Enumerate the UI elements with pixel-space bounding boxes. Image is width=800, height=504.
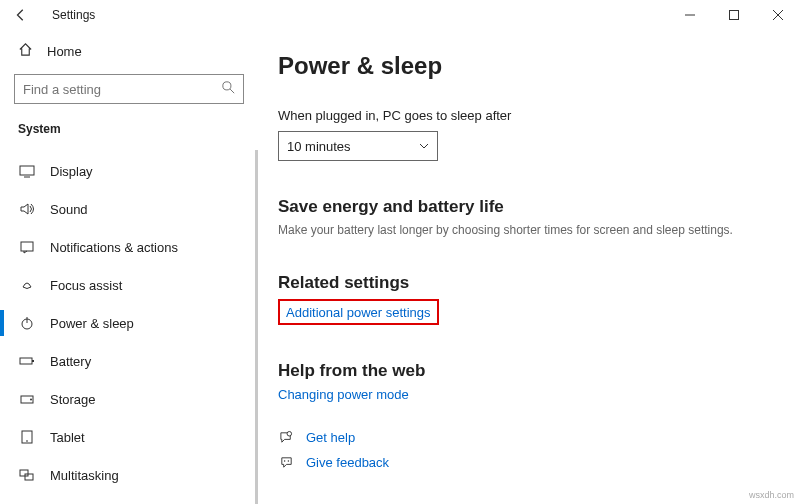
back-button[interactable] xyxy=(10,4,32,26)
page-title: Power & sleep xyxy=(278,52,780,80)
sidebar-item-focus[interactable]: Focus assist xyxy=(14,266,244,304)
sidebar-home-label: Home xyxy=(47,44,82,59)
sidebar-item-label: Battery xyxy=(50,354,91,369)
notifications-icon xyxy=(18,239,36,255)
display-icon xyxy=(18,163,36,179)
svg-rect-6 xyxy=(20,166,34,175)
sidebar-item-tablet[interactable]: Tablet xyxy=(14,418,244,456)
sidebar-item-multitasking[interactable]: Multitasking xyxy=(14,456,244,494)
changing-power-mode-link[interactable]: Changing power mode xyxy=(278,387,780,402)
highlight-box: Additional power settings xyxy=(278,299,439,325)
svg-rect-1 xyxy=(730,11,739,20)
sidebar-item-display[interactable]: Display xyxy=(14,152,244,190)
home-icon xyxy=(18,42,33,60)
sidebar: Home System Display Sound Notifications … xyxy=(0,30,258,504)
sidebar-item-label: Storage xyxy=(50,392,96,407)
window-title: Settings xyxy=(52,8,95,22)
sidebar-item-label: Display xyxy=(50,164,93,179)
sidebar-home[interactable]: Home xyxy=(14,36,244,74)
watermark: wsxdh.com xyxy=(749,490,794,500)
sidebar-category: System xyxy=(14,118,244,146)
sleep-plugged-select[interactable]: 10 minutes xyxy=(278,131,438,161)
sidebar-item-label: Sound xyxy=(50,202,88,217)
svg-rect-18 xyxy=(25,474,33,480)
svg-line-5 xyxy=(230,89,234,93)
tablet-icon xyxy=(18,429,36,445)
sidebar-item-label: Multitasking xyxy=(50,468,119,483)
svg-point-14 xyxy=(30,399,32,401)
search-input[interactable] xyxy=(14,74,244,104)
main-content: Power & sleep When plugged in, PC goes t… xyxy=(258,30,800,504)
svg-rect-11 xyxy=(20,358,32,364)
sidebar-item-notifications[interactable]: Notifications & actions xyxy=(14,228,244,266)
give-feedback-link[interactable]: Give feedback xyxy=(306,455,389,470)
svg-rect-17 xyxy=(20,470,28,476)
sleep-plugged-label: When plugged in, PC goes to sleep after xyxy=(278,108,780,123)
storage-icon xyxy=(18,391,36,407)
sleep-plugged-value: 10 minutes xyxy=(287,139,351,154)
sidebar-item-label: Focus assist xyxy=(50,278,122,293)
additional-power-settings-link[interactable]: Additional power settings xyxy=(286,305,431,320)
maximize-button[interactable] xyxy=(712,0,756,30)
sidebar-scrollbar[interactable] xyxy=(255,150,258,504)
focus-icon xyxy=(18,277,36,293)
get-help-link[interactable]: Get help xyxy=(306,430,355,445)
search-field[interactable] xyxy=(23,82,222,97)
feedback-icon xyxy=(278,455,294,470)
sidebar-item-label: Tablet xyxy=(50,430,85,445)
sidebar-item-battery[interactable]: Battery xyxy=(14,342,244,380)
svg-rect-8 xyxy=(21,242,33,251)
help-web-heading: Help from the web xyxy=(278,361,780,381)
sidebar-item-storage[interactable]: Storage xyxy=(14,380,244,418)
search-icon xyxy=(222,81,235,97)
multitask-icon xyxy=(18,467,36,483)
svg-rect-12 xyxy=(32,360,34,362)
close-button[interactable] xyxy=(756,0,800,30)
energy-description: Make your battery last longer by choosin… xyxy=(278,223,780,237)
svg-point-21 xyxy=(287,460,289,462)
sound-icon xyxy=(18,201,36,217)
battery-icon xyxy=(18,353,36,369)
svg-point-4 xyxy=(223,82,231,90)
minimize-button[interactable] xyxy=(668,0,712,30)
chevron-down-icon xyxy=(419,139,429,154)
sidebar-item-label: Notifications & actions xyxy=(50,240,178,255)
power-icon xyxy=(18,315,36,331)
related-heading: Related settings xyxy=(278,273,780,293)
sidebar-item-label: Power & sleep xyxy=(50,316,134,331)
svg-point-19 xyxy=(287,432,292,437)
get-help-icon xyxy=(278,430,294,445)
svg-point-20 xyxy=(283,460,285,462)
sidebar-item-sound[interactable]: Sound xyxy=(14,190,244,228)
sidebar-item-power[interactable]: Power & sleep xyxy=(14,304,244,342)
energy-heading: Save energy and battery life xyxy=(278,197,780,217)
